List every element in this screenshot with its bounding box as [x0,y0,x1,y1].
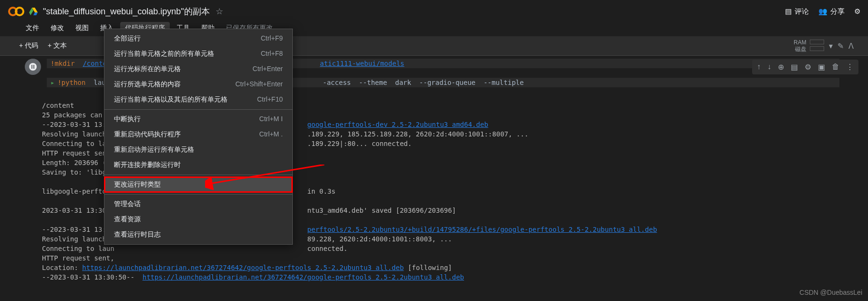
dropdown-item[interactable]: 查看资源 [104,212,292,227]
ram-label: RAM [794,39,806,46]
dropdown-item[interactable]: 运行光标所在的单元格Ctrl+Enter [104,62,292,77]
drive-icon [29,7,38,16]
share-button[interactable]: 👥 分享 [818,7,845,16]
share-icon: 👥 [818,7,827,16]
settings-icon[interactable]: ⚙ [854,7,860,16]
dropdown-item[interactable]: 全部运行Ctrl+F9 [104,31,292,46]
svg-marker-3 [33,12,38,15]
dropdown-item[interactable]: 重新启动并运行所有单元格 [104,142,292,157]
watermark: CSDN @DuebassLei [799,289,862,296]
code-args: -access --theme dark --gradio-queue --mu… [323,79,524,86]
resource-indicator[interactable]: RAM 磁盘 [794,39,824,52]
dropdown-item[interactable]: 管理会话 [104,197,292,212]
dropdown-item[interactable]: 重新启动代码执行程序Ctrl+M . [104,127,292,142]
prompt-icon: ▸ [51,79,54,86]
more-icon[interactable]: ⋮ [846,62,854,72]
comment-button[interactable]: ▤ 评论 [785,7,809,16]
move-up-icon[interactable]: ↑ [757,62,761,72]
mirror-icon[interactable]: ▣ [818,62,825,72]
delete-icon[interactable]: 🗑 [832,62,839,72]
comment-cell-icon[interactable]: ▤ [791,62,798,72]
code-token: !mkdir [51,60,75,67]
add-code-button[interactable]: + 代码 [14,40,43,52]
left-sidebar [0,56,21,301]
dropdown-item[interactable]: 运行当前单元格之前的所有单元格Ctrl+F8 [104,46,292,62]
chevron-down-icon[interactable]: ▾ [829,42,833,51]
colab-logo[interactable] [8,3,25,20]
svg-rect-7 [33,65,34,69]
run-cell-button[interactable] [25,59,41,75]
notebook-title[interactable]: "stable_diffusion_webui_colab.ipynb"的副本 [43,6,210,17]
menu-file[interactable]: 文件 [21,22,44,34]
dropdown-item[interactable]: 查看运行时日志 [104,227,292,242]
gear-icon[interactable]: ⚙ [805,62,811,72]
dropdown-item[interactable]: 断开连接并删除运行时 [104,157,292,173]
svg-point-5 [29,63,37,71]
header: "stable_diffusion_webui_colab.ipynb"的副本 … [0,0,868,20]
star-icon[interactable]: ☆ [216,6,223,17]
code-path: atic1111-webui/models [320,60,404,67]
dropdown-item[interactable]: 更改运行时类型 [104,177,292,192]
move-down-icon[interactable]: ↓ [767,62,771,72]
dropdown-item[interactable]: 中断执行Ctrl+M I [104,112,292,127]
cell-toolbar: ↑ ↓ ⊕ ▤ ⚙ ▣ 🗑 ⋮ [752,60,858,74]
comment-label: 评论 [795,7,809,16]
disk-label: 磁盘 [795,46,806,52]
edit-icon[interactable]: ✎ [837,42,844,51]
link-icon[interactable]: ⊕ [778,62,784,72]
menu-edit[interactable]: 修改 [46,22,69,34]
dropdown-item[interactable]: 运行所选单元格的内容Ctrl+Shift+Enter [104,77,292,92]
dropdown-item[interactable]: 运行当前单元格以及其后的所有单元格Ctrl+F10 [104,92,292,107]
add-text-button[interactable]: + 文本 [43,40,72,52]
comment-icon: ▤ [785,7,792,16]
menu-view[interactable]: 视图 [71,22,93,34]
svg-rect-6 [31,65,32,69]
code-token: !python [57,79,85,86]
runtime-dropdown: 全部运行Ctrl+F9运行当前单元格之前的所有单元格Ctrl+F8运行光标所在的… [104,29,293,245]
share-label: 分享 [830,7,845,16]
chevron-up-icon[interactable]: ᐱ [848,42,854,51]
